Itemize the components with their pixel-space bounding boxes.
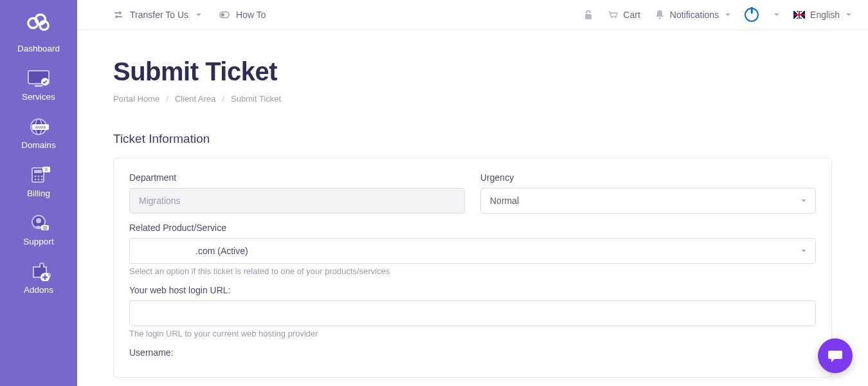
- breadcrumb: Portal Home / Client Area / Submit Ticke…: [113, 94, 832, 104]
- svg-point-14: [38, 176, 40, 178]
- svg-point-17: [38, 179, 40, 181]
- breadcrumb-sep: /: [166, 94, 168, 104]
- sidebar-item-dashboard[interactable]: Dashboard: [0, 37, 77, 62]
- sidebar: Dashboard Services WWW Domains $ Billing…: [0, 0, 77, 386]
- product-help: Select an option if this ticket is relat…: [129, 266, 816, 276]
- lock-icon[interactable]: [583, 10, 593, 20]
- sidebar-item-domains[interactable]: WWW Domains: [0, 111, 77, 159]
- sidebar-item-support[interactable]: Support: [0, 207, 77, 255]
- product-select[interactable]: .com (Active): [129, 238, 816, 264]
- ticket-form-card: Department Urgency Normal Related Produc…: [113, 158, 832, 378]
- sidebar-item-services[interactable]: Services: [0, 62, 77, 111]
- topnav: Transfer To Us How To Cart Notifications: [77, 0, 868, 30]
- main-content: Submit Ticket Portal Home / Client Area …: [77, 30, 868, 386]
- sidebar-item-addons[interactable]: Addons: [0, 255, 77, 304]
- chevron-down-icon: [774, 14, 779, 16]
- svg-point-16: [35, 179, 37, 181]
- svg-point-22: [36, 218, 41, 223]
- svg-rect-4: [35, 85, 42, 87]
- bell-icon: [655, 10, 665, 20]
- chat-button[interactable]: [818, 338, 853, 373]
- department-input: [129, 188, 465, 214]
- chevron-down-icon: [196, 14, 201, 16]
- urgency-select[interactable]: Normal: [480, 188, 816, 214]
- loginurl-label: Your web host login URL:: [129, 285, 816, 295]
- svg-rect-23: [41, 225, 49, 230]
- svg-point-33: [615, 17, 617, 18]
- breadcrumb-sep: /: [222, 94, 224, 104]
- svg-point-34: [658, 17, 660, 19]
- department-label: Department: [129, 172, 465, 183]
- breadcrumb-home[interactable]: Portal Home: [113, 94, 159, 104]
- nav-cart-label: Cart: [623, 10, 640, 20]
- urgency-label: Urgency: [480, 172, 816, 183]
- flag-uk-icon: [793, 11, 805, 19]
- username-label: Username:: [129, 347, 816, 358]
- svg-point-32: [611, 17, 612, 18]
- product-value: .com (Active): [139, 246, 248, 256]
- section-title: Ticket Information: [113, 132, 832, 146]
- svg-point-13: [35, 176, 37, 178]
- breadcrumb-client[interactable]: Client Area: [175, 94, 216, 104]
- puzzle-icon: [26, 262, 51, 281]
- chevron-down-icon: [801, 199, 806, 202]
- loginurl-input[interactable]: [129, 300, 816, 326]
- chevron-down-icon: [801, 250, 806, 252]
- headset-icon: [26, 214, 51, 233]
- svg-point-15: [41, 176, 43, 178]
- nav-language-label: English: [810, 10, 840, 20]
- monitor-icon: [26, 69, 51, 88]
- svg-rect-12: [34, 170, 42, 173]
- loginurl-help: The login URL to your current web hostin…: [129, 329, 816, 338]
- nav-notifications-label: Notifications: [670, 10, 719, 20]
- nav-language[interactable]: English: [793, 10, 851, 20]
- product-label: Related Product/Service: [129, 223, 816, 233]
- svg-point-18: [41, 179, 43, 181]
- nav-transfer[interactable]: Transfer To Us: [113, 10, 201, 20]
- urgency-value: Normal: [490, 196, 519, 206]
- nav-transfer-label: Transfer To Us: [130, 10, 188, 20]
- sidebar-item-label: Domains: [0, 140, 77, 150]
- power-icon: [745, 8, 759, 22]
- nav-power[interactable]: [745, 8, 759, 22]
- brand-logo[interactable]: [26, 12, 51, 31]
- sidebar-item-label: Billing: [0, 188, 77, 198]
- nav-currency[interactable]: [773, 14, 779, 16]
- nav-notifications[interactable]: Notifications: [655, 10, 730, 20]
- nav-howto-label: How To: [236, 10, 266, 20]
- svg-rect-31: [585, 14, 592, 19]
- sidebar-item-billing[interactable]: $ Billing: [0, 159, 77, 207]
- breadcrumb-current: Submit Ticket: [231, 94, 281, 104]
- calculator-icon: $: [26, 165, 51, 185]
- transfer-icon: [113, 10, 123, 20]
- page-title: Submit Ticket: [113, 57, 832, 86]
- svg-point-30: [221, 13, 224, 16]
- cart-icon: [608, 10, 618, 20]
- toggle-icon: [219, 10, 230, 20]
- nav-howto[interactable]: How To: [219, 10, 266, 20]
- sidebar-item-label: Services: [0, 92, 77, 102]
- sidebar-item-label: Support: [0, 237, 77, 246]
- svg-text:$: $: [45, 167, 48, 172]
- sidebar-item-label: Addons: [0, 285, 77, 295]
- chevron-down-icon: [725, 14, 730, 16]
- globe-icon: WWW: [26, 117, 51, 136]
- svg-text:WWW: WWW: [35, 125, 46, 129]
- chat-icon: [827, 349, 843, 363]
- sidebar-item-label: Dashboard: [0, 44, 77, 53]
- nav-cart[interactable]: Cart: [608, 10, 640, 20]
- chevron-down-icon: [846, 14, 851, 16]
